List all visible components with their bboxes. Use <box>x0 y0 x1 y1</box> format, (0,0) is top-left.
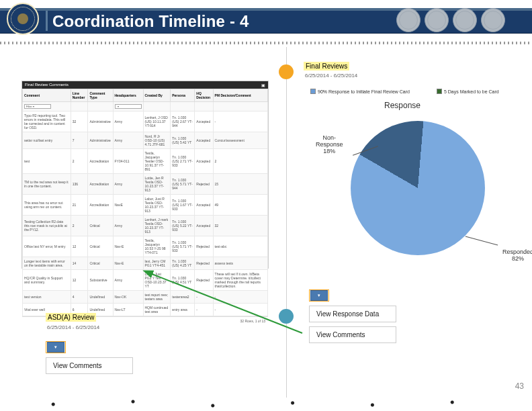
table-cell: Accreditation <box>88 149 113 174</box>
table-row[interactable]: Office last NY error, M entry12CriticalN… <box>23 236 268 257</box>
legend-item: 5 Days Marked to be Card <box>437 89 499 94</box>
table-cell: 4 <box>71 291 88 304</box>
legend-label: 5 Days Marked to be Card <box>444 89 499 94</box>
table-column-header[interactable]: HQ Decision <box>195 89 213 102</box>
table-row[interactable]: Testing Collection R2 data this row mask… <box>23 216 268 236</box>
table-cell: Accepted <box>195 132 213 149</box>
view-comments-button[interactable]: View Comments <box>46 357 133 374</box>
table-row[interactable]: Longer text items with error on the test… <box>23 257 268 270</box>
table-cell: Tn. 1.030 (US) 1.67 YT-933 <box>171 195 195 216</box>
table-cell: Army <box>113 216 143 236</box>
slide-title: Coordination Timeline - 4 <box>52 12 249 31</box>
table-cell: Labor, Just R Testla OSD-10.23.37 YT-913 <box>143 195 171 216</box>
table-cell: Accepted <box>195 216 213 236</box>
table-cell: assess tests <box>213 257 267 270</box>
branch-seal-icon <box>396 8 420 32</box>
table-cell: last, Jerry CM PG1 YT4-451 <box>143 257 171 270</box>
timeline-divider <box>286 47 287 402</box>
table-cell: - <box>195 291 213 304</box>
comments-panel: Final Review Comments ▣ CommentLine Numb… <box>21 81 269 269</box>
expand-icon[interactable]: ▣ <box>261 83 265 87</box>
table-cell: Administrative <box>88 132 113 149</box>
dropdown-highlight: ▾ <box>309 289 329 302</box>
table-row[interactable]: TM to the red area not keep it in one th… <box>23 174 268 195</box>
step-dot-icon <box>279 64 294 79</box>
view-response-data-button[interactable]: View Response Data <box>309 306 396 322</box>
table-cell: Testla, Jacquelyn Testler OSD-10.91.37 Y… <box>143 149 171 174</box>
table-row[interactable]: This area has no error not using arm rev… <box>23 195 268 216</box>
table-cell: Substantive <box>88 270 113 291</box>
table-cell: Concur/assessment <box>213 132 267 149</box>
table-cell: Accepted <box>195 111 213 132</box>
table-cell: 2 <box>71 216 88 236</box>
pie-slices <box>351 121 485 255</box>
table-column-header[interactable]: Line Number <box>71 89 88 102</box>
table-cell: 2 <box>213 149 267 174</box>
table-cell: 12 <box>71 236 88 257</box>
comments-panel-header: Final Review Comments ▣ <box>22 81 268 89</box>
table-cell: Tn. 1.030 (US) 4.25 YT <box>171 257 195 270</box>
table-cell: Rejected <box>195 257 213 270</box>
table-cell: Testing Collection R2 data this row mask… <box>23 216 71 236</box>
table-cell: Accepted <box>195 149 213 174</box>
leader-line-icon <box>466 236 498 246</box>
table-cell: Army <box>113 111 143 132</box>
torn-edge-icon <box>0 398 532 411</box>
table-cell: test-abc <box>213 236 267 257</box>
table-cell: 15 <box>213 174 267 195</box>
legend-swatch-icon <box>437 89 442 94</box>
chart-title: Response <box>384 101 420 110</box>
table-cell: entry area <box>171 304 195 316</box>
table-cell: TM to the red area not keep it in one th… <box>23 174 71 195</box>
action-dropdown[interactable]: ▾ <box>310 290 328 301</box>
table-column-header[interactable]: Comment <box>23 89 71 102</box>
table-cell: Nav-E <box>113 236 143 257</box>
table-column-header[interactable]: Persona <box>171 89 195 102</box>
asda-review-label: ASD(A) Review <box>46 313 96 322</box>
table-cell: 49 <box>213 195 267 216</box>
table-row[interactable]: settsr not/last entry7AdministrativeArmy… <box>23 132 268 149</box>
table-row[interactable]: test version4UndefinedNav-OKtest report … <box>23 291 268 304</box>
table-cell: Lenhart, J OSD (US) 10.11.37 YT-914 <box>143 111 171 132</box>
table-cell: Accreditation <box>88 195 113 216</box>
table-row[interactable]: HQ/CR Quality in Support and summary.12S… <box>23 270 268 291</box>
table-column-header[interactable]: Created By <box>143 89 171 102</box>
table-row[interactable]: Typo R2 reporting tool. Two errors in me… <box>23 111 268 132</box>
table-row[interactable]: test2AccreditationFY04-011Testla, Jacque… <box>23 149 268 174</box>
dod-seal-icon <box>7 3 39 35</box>
header-divider <box>46 11 48 31</box>
pie-label-responded: Responded82% <box>502 248 532 262</box>
table-cell: Army <box>113 174 143 195</box>
slide-header: Coordination Timeline - 4 <box>0 0 532 38</box>
table-cell: Office last NY error, M entry <box>23 236 71 257</box>
table-cell: Administrative <box>88 111 113 132</box>
table-cell: Rejected <box>195 236 213 257</box>
legend-swatch-icon <box>310 89 316 94</box>
branch-seal-icon <box>425 8 449 32</box>
action-dropdown[interactable]: ▾ <box>47 342 64 353</box>
filter-dropdown[interactable]: Filter <box>24 104 51 109</box>
table-column-header[interactable]: Comment Type <box>88 89 113 102</box>
table-cell: 7 <box>71 132 88 149</box>
branch-seal-icon <box>453 8 477 32</box>
pie-label-nonresponse: Non-Response18% <box>316 134 343 154</box>
view-comments-button[interactable]: View Comments <box>309 326 396 343</box>
slide-content: Final Review Comments ▣ CommentLine Numb… <box>21 47 521 395</box>
table-column-header[interactable]: PM Decision/Comment <box>213 89 267 102</box>
table-column-header[interactable]: Headquarters <box>113 89 143 102</box>
dropdown-highlight: ▾ <box>46 341 66 353</box>
asda-review-block: ASD(A) Review 6/25/2014 - 6/25/2014 ▾ Vi… <box>46 310 133 374</box>
table-cell: HQM continued test area <box>143 304 171 316</box>
asda-review-daterange: 6/25/2014 - 6/25/2014 <box>47 324 132 330</box>
pie-chart: Non-Response18% Responded82% <box>330 114 519 269</box>
table-cell: Critical <box>88 257 113 270</box>
table-cell: 2 <box>71 149 88 174</box>
chart-legend: 90% Response to Initiate Final Review Ca… <box>310 89 499 94</box>
comments-panel-title: Final Review Comments <box>25 83 69 87</box>
comments-table: CommentLine NumberComment TypeHeadquarte… <box>22 89 268 316</box>
comments-table-head: CommentLine NumberComment TypeHeadquarte… <box>23 89 268 111</box>
filter-dropdown[interactable] <box>115 104 142 109</box>
table-cell: Typo R2 reporting tool. Two errors in me… <box>23 111 71 132</box>
table-cell: Tn. 1.030 (US) 5.42 YT <box>171 132 195 149</box>
step-dot-icon <box>279 309 294 324</box>
